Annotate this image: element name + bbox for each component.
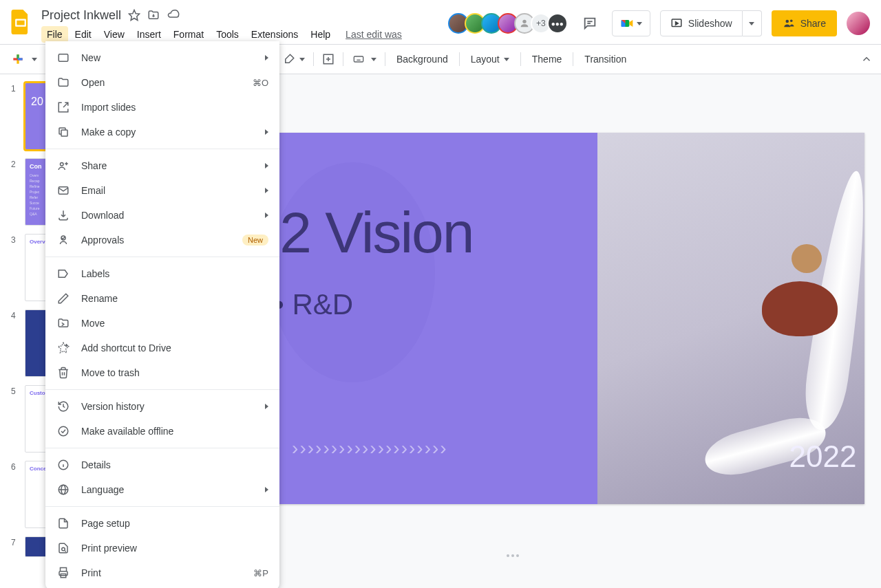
svg-point-38 — [62, 547, 65, 551]
slideshow-label: Slideshow — [688, 18, 732, 29]
chat-bubble-icon[interactable]: ●●● — [547, 13, 568, 34]
menu-rename[interactable]: Rename — [45, 286, 279, 311]
menu-open[interactable]: Open⌘O — [45, 70, 279, 95]
menu-email[interactable]: Email — [45, 178, 279, 203]
slide-year: 2022 — [789, 439, 856, 474]
menu-trash[interactable]: Move to trash — [45, 360, 279, 385]
slides-logo[interactable] — [7, 8, 34, 36]
slide-number: 3 — [11, 234, 19, 245]
menu-page-setup[interactable]: Page setup — [45, 511, 279, 536]
menu-share[interactable]: Share — [45, 153, 279, 178]
star-icon[interactable] — [128, 9, 140, 21]
menu-new[interactable]: New — [45, 45, 279, 70]
svg-rect-23 — [61, 130, 67, 136]
presence-avatars[interactable]: +3 ●●● — [452, 13, 568, 34]
menu-version-history[interactable]: Version history — [45, 394, 279, 419]
slide-number: 6 — [11, 461, 19, 472]
menu-file[interactable]: File — [41, 26, 68, 43]
menu-format[interactable]: Format — [168, 26, 209, 43]
menu-add-shortcut[interactable]: Add shortcut to Drive — [45, 336, 279, 360]
transition-button[interactable]: Transition — [577, 54, 633, 65]
menu-move[interactable]: Move — [45, 311, 279, 336]
svg-line-39 — [65, 551, 66, 552]
svg-rect-18 — [354, 56, 363, 62]
slide-number: 2 — [11, 158, 19, 169]
menu-print[interactable]: Print⌘P — [45, 560, 279, 585]
keyboard-icon[interactable] — [348, 50, 381, 69]
svg-marker-2 — [129, 10, 140, 21]
share-button[interactable]: Share — [772, 10, 837, 36]
svg-point-24 — [61, 163, 64, 166]
menu-print-preview[interactable]: Print preview — [45, 536, 279, 560]
svg-rect-14 — [18, 58, 23, 60]
menu-extensions[interactable]: Extensions — [246, 26, 304, 43]
menu-view[interactable]: View — [98, 26, 130, 43]
background-button[interactable]: Background — [390, 54, 455, 65]
file-menu-dropdown: New Open⌘O Import slides Make a copy Sha… — [45, 41, 279, 588]
menu-tools[interactable]: Tools — [211, 26, 244, 43]
comments-icon[interactable] — [577, 11, 602, 36]
svg-point-3 — [522, 20, 526, 23]
share-label: Share — [800, 18, 826, 29]
menu-details[interactable]: Details — [45, 453, 279, 477]
menu-make-copy[interactable]: Make a copy — [45, 120, 279, 144]
account-avatar[interactable] — [847, 12, 870, 35]
svg-point-31 — [59, 426, 68, 436]
meet-dropdown-icon — [637, 22, 642, 25]
new-slide-button[interactable] — [7, 50, 41, 69]
collapse-toolbar-icon[interactable] — [860, 53, 873, 65]
menu-language[interactable]: Language — [45, 477, 279, 502]
menu-labels[interactable]: Labels — [45, 261, 279, 286]
move-folder-icon[interactable] — [147, 9, 160, 21]
slideshow-button[interactable]: Slideshow — [660, 10, 743, 36]
insert-placeholder-icon[interactable] — [318, 50, 339, 69]
menu-offline[interactable]: Make available offline — [45, 419, 279, 444]
menu-bar: File Edit View Insert Format Tools Exten… — [41, 26, 452, 43]
last-edit-link[interactable]: Last edit was — [346, 26, 402, 43]
meet-button[interactable] — [612, 10, 650, 36]
svg-rect-22 — [59, 54, 68, 62]
svg-point-10 — [790, 19, 793, 22]
slide-number: 4 — [11, 309, 19, 320]
menu-insert[interactable]: Insert — [131, 26, 167, 43]
slide-number: 1 — [11, 83, 19, 94]
menu-download[interactable]: Download — [45, 203, 279, 228]
slide-number: 7 — [11, 536, 19, 547]
slide-number: 5 — [11, 385, 19, 396]
cloud-saved-icon[interactable] — [167, 9, 180, 21]
theme-button[interactable]: Theme — [525, 54, 569, 65]
svg-rect-1 — [17, 21, 24, 25]
menu-edit[interactable]: Edit — [70, 26, 97, 43]
layout-button[interactable]: Layout — [464, 54, 516, 65]
menu-approvals[interactable]: ApprovalsNew — [45, 228, 279, 252]
menu-help[interactable]: Help — [305, 26, 336, 43]
title-bar: Project Inkwell File Edit View Insert Fo… — [0, 0, 881, 44]
doc-title[interactable]: Project Inkwell — [41, 8, 121, 23]
paint-format-icon[interactable] — [279, 50, 309, 69]
slideshow-dropdown[interactable] — [743, 10, 762, 36]
svg-point-9 — [785, 20, 789, 23]
menu-import-slides[interactable]: Import slides — [45, 95, 279, 120]
